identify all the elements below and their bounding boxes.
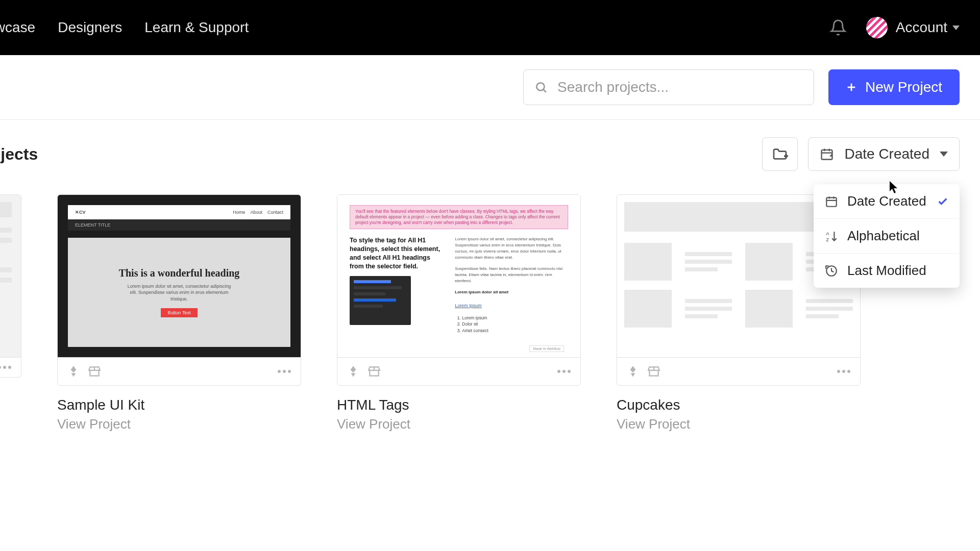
designer-icon[interactable]: [67, 365, 80, 378]
designer-icon[interactable]: [347, 365, 360, 378]
svg-point-18: [0, 366, 1, 369]
notifications-icon[interactable]: [829, 19, 847, 36]
nav-designers[interactable]: Designers: [58, 19, 122, 36]
sort-option-label: Alphabetical: [847, 228, 948, 244]
view-project-link[interactable]: View Project: [617, 416, 861, 432]
svg-line-1: [544, 90, 546, 92]
sort-option-last-modified[interactable]: Last Modified: [814, 254, 960, 288]
calendar-icon: [820, 147, 834, 161]
chevron-down-icon: [952, 26, 960, 30]
sort-option-date-created[interactable]: Date Created: [814, 184, 960, 219]
showcase-icon[interactable]: [87, 365, 102, 378]
sort-option-label: Last Modified: [847, 263, 948, 279]
svg-point-0: [536, 83, 544, 90]
svg-text:A: A: [826, 230, 829, 236]
project-thumbnail: ✕CVHomeAboutContact ELEMENT TITLE This i…: [58, 195, 301, 357]
section-bar: Projects Date Created Date Created AZ Al…: [0, 120, 980, 181]
project-title: Sample UI Kit: [57, 397, 301, 413]
project-thumbnail: You'll see that the featured elements be…: [337, 195, 580, 357]
nav-showcase[interactable]: Showcase: [0, 19, 35, 36]
nav-learn-support[interactable]: Learn & Support: [144, 19, 249, 36]
svg-rect-10: [826, 197, 837, 206]
svg-point-31: [842, 370, 845, 373]
svg-point-19: [3, 366, 6, 369]
card-menu-button[interactable]: [557, 369, 571, 374]
svg-point-28: [568, 370, 571, 373]
svg-point-23: [283, 370, 286, 373]
new-project-label: New Project: [865, 79, 942, 95]
view-project-link[interactable]: View Project: [337, 416, 581, 432]
clock-history-icon: [825, 264, 838, 278]
calendar-icon: [825, 195, 838, 208]
account-menu[interactable]: Account: [896, 19, 960, 36]
svg-point-24: [288, 370, 291, 373]
designer-icon[interactable]: [626, 365, 640, 378]
account-label: Account: [896, 19, 947, 36]
svg-point-30: [837, 370, 840, 373]
svg-point-32: [847, 370, 850, 373]
card-menu-button[interactable]: [837, 369, 851, 374]
avatar[interactable]: [866, 17, 888, 38]
svg-text:Z: Z: [826, 236, 829, 242]
search-input[interactable]: [523, 69, 814, 105]
sort-current: Date Created: [844, 146, 929, 162]
az-sort-icon: AZ: [825, 230, 838, 243]
project-title: Cupcakes: [617, 397, 861, 413]
showcase-icon[interactable]: [367, 365, 381, 378]
svg-point-20: [8, 366, 11, 369]
sort-button[interactable]: Date Created: [808, 137, 960, 171]
page-title: Projects: [0, 145, 38, 164]
cursor-icon: [888, 180, 899, 194]
project-title: HTML Tags: [337, 397, 581, 413]
caret-down-icon: [940, 152, 948, 157]
check-icon: [937, 196, 948, 207]
search-icon: [534, 81, 548, 94]
project-card[interactable]: ✕CVHomeAboutContact ELEMENT TITLE This i…: [57, 194, 301, 386]
sort-dropdown: Date Created AZ Alphabetical Last Modifi…: [814, 184, 960, 288]
showcase-icon[interactable]: [647, 365, 661, 378]
sort-option-alphabetical[interactable]: AZ Alphabetical: [814, 219, 960, 254]
svg-point-22: [278, 370, 281, 373]
card-menu-button[interactable]: [0, 365, 12, 370]
sort-option-label: Date Created: [847, 193, 928, 209]
svg-point-26: [557, 370, 560, 373]
tools-row: New Project: [0, 55, 980, 120]
project-card[interactable]: [0, 194, 21, 378]
svg-rect-6: [822, 150, 832, 160]
new-project-button[interactable]: New Project: [828, 69, 960, 105]
svg-point-27: [562, 370, 566, 373]
new-folder-button[interactable]: [762, 137, 798, 171]
project-card[interactable]: You'll see that the featured elements be…: [337, 194, 581, 386]
card-menu-button[interactable]: [277, 369, 291, 374]
top-bar: Showcase Designers Learn & Support Accou…: [0, 0, 980, 55]
view-project-link[interactable]: View Project: [57, 416, 301, 432]
